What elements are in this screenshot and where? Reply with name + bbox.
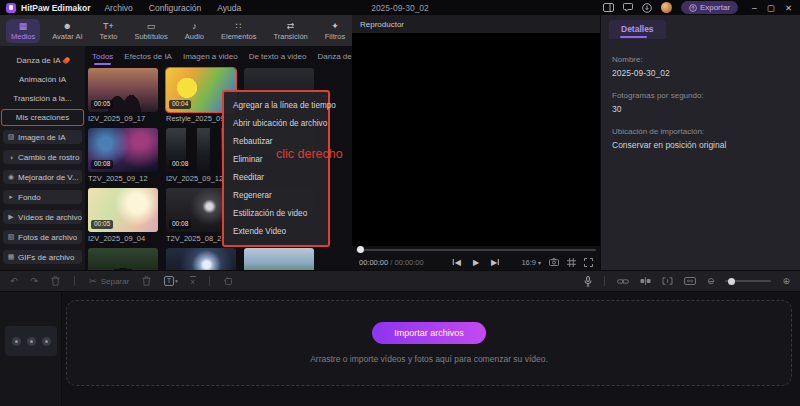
thumbnail-neon-city[interactable]: 00:08 xyxy=(88,128,158,172)
crop-tool-icon[interactable] xyxy=(224,277,233,286)
field-label: Nombre: xyxy=(612,55,789,64)
link-clips-icon[interactable] xyxy=(617,278,629,285)
track-control-icon-2[interactable] xyxy=(27,337,36,346)
detail-field-fps: Fotogramas por segundo: 30 xyxy=(612,91,789,114)
filter-tab-texto-a-video[interactable]: De texto a video xyxy=(249,52,307,61)
delete-trash-icon[interactable] xyxy=(51,276,60,286)
progress-handle[interactable] xyxy=(357,246,364,253)
close-button[interactable]: ✕ xyxy=(785,3,792,13)
tab-detalles[interactable]: Detalles xyxy=(609,20,666,39)
time-display: 00:00:00 / 00:00:00 xyxy=(359,258,424,267)
split-button[interactable]: ✂ Separar xyxy=(89,276,129,286)
tab-medios[interactable]: ▦ Medios xyxy=(6,19,40,43)
field-label: Fotogramas por segundo: xyxy=(612,91,789,100)
sidebar-item-label: Mejorador de V... xyxy=(18,173,79,182)
player-progress-bar[interactable] xyxy=(356,246,596,253)
play-button[interactable]: ▶ xyxy=(473,258,479,267)
dropzone-hint: Arrastre o importe vídeos y fotos aquí p… xyxy=(310,354,548,364)
media-item[interactable] xyxy=(244,248,314,270)
media-sidebar: Danza de IA Animación IA Transición a la… xyxy=(0,46,85,270)
delete-clip-icon[interactable] xyxy=(142,276,151,286)
zoom-out-icon[interactable]: ⊖ xyxy=(707,276,715,286)
right-click-annotation: clic derecho xyxy=(276,147,343,161)
microphone-icon[interactable] xyxy=(584,276,592,287)
context-item-regenerar[interactable]: Regenerar xyxy=(224,188,328,204)
sidebar-item-mejorador[interactable]: ◉ Mejorador de V... xyxy=(3,170,82,184)
sidebar-item-mis-creaciones[interactable]: Mis creaciones xyxy=(3,111,82,124)
snapshot-camera-icon[interactable] xyxy=(549,258,559,266)
tab-transicion[interactable]: ⇄ Transición xyxy=(268,19,312,43)
app-title: HitPaw Edimakor xyxy=(21,3,90,13)
context-item-abrir-ubicacion[interactable]: Abrir ubicación de archivo xyxy=(224,115,328,131)
timeline-toolbar: ↶ ↷ ✂ Separar T ▾ x xyxy=(0,270,800,292)
fit-timeline-icon[interactable] xyxy=(684,277,696,285)
maximize-button[interactable]: ▢ xyxy=(767,3,775,13)
split-marker-icon[interactable] xyxy=(640,277,651,285)
previous-frame-button[interactable]: ◀ xyxy=(453,258,461,267)
track-control-icon-3[interactable] xyxy=(42,337,51,346)
download-update-icon[interactable] xyxy=(642,3,652,13)
feedback-chat-icon[interactable] xyxy=(623,3,633,12)
minimize-button[interactable]: – xyxy=(752,3,757,13)
sidebar-item-gifs-de-archivo[interactable]: ▦ GIFs de archivo xyxy=(3,250,82,264)
undo-icon[interactable]: ↶ xyxy=(10,276,18,286)
thumbnail-sunset-couple[interactable]: 00:05 xyxy=(88,68,158,112)
filter-tab-imagen-a-video[interactable]: Imagen a video xyxy=(183,52,238,61)
ai-image-icon: ▨ xyxy=(7,133,15,141)
tab-avatar-ai[interactable]: ☻ Avatar AI xyxy=(47,19,87,43)
sidebar-item-cambio-de-rostro[interactable]: ◑ Cambio de rostro xyxy=(3,150,82,164)
tab-elementos[interactable]: ∷ Elementos xyxy=(216,19,261,43)
media-item[interactable] xyxy=(88,248,158,270)
media-item[interactable] xyxy=(166,248,236,270)
thumbnail-moon-night[interactable] xyxy=(166,248,236,270)
zoom-slider-handle[interactable] xyxy=(728,278,735,285)
import-files-button[interactable]: Importar archivos xyxy=(372,322,486,344)
sidebar-item-fondo[interactable]: ▸ Fondo xyxy=(3,190,82,204)
sidebar-item-animacion-ia[interactable]: Animación IA xyxy=(3,73,82,86)
menu-ayuda[interactable]: Ayuda xyxy=(217,3,241,13)
sidebar-item-videos-de-archivo[interactable]: ▶ Vídeos de archivo xyxy=(3,210,82,224)
context-item-extende-video[interactable]: Extende Video xyxy=(224,224,328,240)
zoom-in-icon[interactable]: ⊕ xyxy=(782,276,790,286)
sidebar-item-fotos-de-archivo[interactable]: ▧ Fotos de archivo xyxy=(3,230,82,244)
filter-tab-danza-ia[interactable]: Danza de I xyxy=(317,52,352,61)
thumbnail-cozy-room[interactable]: 00:05 xyxy=(88,188,158,232)
filter-tab-efectos-ia[interactable]: Efectos de IA xyxy=(124,52,172,61)
aspect-ratio-select[interactable]: 16:9 ▾ xyxy=(521,258,541,267)
export-button[interactable]: Exportar xyxy=(681,1,738,14)
user-avatar[interactable] xyxy=(661,2,672,13)
sidebar-item-imagen-de-ia[interactable]: ▨ Imagen de IA xyxy=(3,130,82,144)
thumbnail-green-car[interactable] xyxy=(88,248,158,270)
trim-brackets-icon[interactable] xyxy=(662,277,673,285)
import-dropzone[interactable]: Importar archivos Arrastre o importe víd… xyxy=(66,300,792,386)
text-tool-button[interactable]: T ▾ xyxy=(164,276,178,286)
thumbnail-landscape[interactable] xyxy=(244,248,314,270)
filter-tab-todos[interactable]: Todos xyxy=(92,52,113,61)
layout-panels-icon[interactable] xyxy=(603,3,614,12)
sidebar-item-label: Fotos de archivo xyxy=(18,233,77,242)
sidebar-item-danza-de-ia[interactable]: Danza de IA xyxy=(3,54,82,67)
remove-text-icon[interactable]: x xyxy=(191,276,195,286)
menu-archivo[interactable]: Archivo xyxy=(104,3,132,13)
track-control-icon-1[interactable] xyxy=(12,337,21,346)
menu-configuracion[interactable]: Configuración xyxy=(149,3,201,13)
media-item[interactable]: 00:05 I2V_2025_09_04 xyxy=(88,188,158,244)
context-item-estilizacion[interactable]: Estilización de video xyxy=(224,206,328,222)
redo-icon[interactable]: ↷ xyxy=(31,276,39,286)
video-preview[interactable] xyxy=(352,33,600,246)
tab-texto[interactable]: T+ Texto xyxy=(94,19,122,43)
crop-grid-icon[interactable] xyxy=(567,258,576,267)
next-frame-button[interactable]: ▶ xyxy=(491,258,499,267)
avatar-icon: ☻ xyxy=(63,21,72,32)
progress-track[interactable] xyxy=(356,249,596,251)
media-item[interactable]: 00:08 T2V_2025_09_12 xyxy=(88,128,158,184)
sidebar-item-transicion[interactable]: Transición a la... xyxy=(3,92,82,105)
timeline-zoom-slider[interactable] xyxy=(725,280,771,282)
context-item-reeditar[interactable]: Reeditar xyxy=(224,170,328,186)
media-item[interactable]: 00:05 I2V_2025_09_17 xyxy=(88,68,158,124)
fullscreen-icon[interactable] xyxy=(584,258,593,267)
tab-subtitulos[interactable]: ▭ Subtítulos xyxy=(129,19,172,43)
context-item-agregar-linea-tiempo[interactable]: Agregar a la línea de tiempo xyxy=(224,97,328,113)
tab-audio[interactable]: ♪ Audio xyxy=(180,19,209,43)
tab-filtros[interactable]: ✦ Filtros xyxy=(320,19,350,43)
